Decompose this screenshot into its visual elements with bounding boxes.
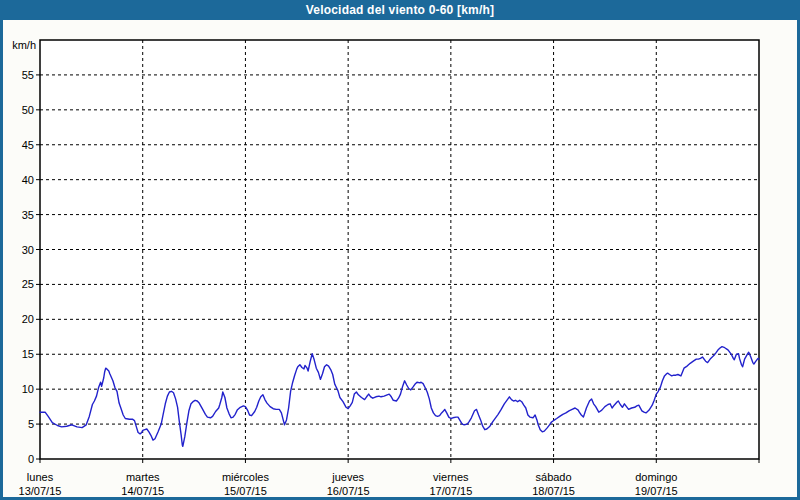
x-day-name-label: miércoles <box>222 471 270 483</box>
y-tick-label: 40 <box>22 174 34 186</box>
x-day-name-label: domingo <box>635 471 677 483</box>
y-tick-label: 50 <box>22 104 34 116</box>
y-tick-label: 35 <box>22 209 34 221</box>
y-tick-label: 20 <box>22 313 34 325</box>
y-tick-label: 45 <box>22 139 34 151</box>
x-day-name-label: sábado <box>536 471 572 483</box>
y-tick-label: 55 <box>22 69 34 81</box>
x-day-date-label: 16/07/15 <box>327 485 370 497</box>
y-tick-label: 5 <box>28 418 34 430</box>
x-day-date-label: 19/07/15 <box>635 485 678 497</box>
x-day-date-label: 13/07/15 <box>19 485 62 497</box>
x-day-date-label: 14/07/15 <box>121 485 164 497</box>
x-day-date-label: 17/07/15 <box>429 485 472 497</box>
y-axis-unit-label: km/h <box>12 39 36 51</box>
x-day-name-label: jueves <box>331 471 364 483</box>
y-tick-label: 15 <box>22 348 34 360</box>
x-day-date-label: 15/07/15 <box>224 485 267 497</box>
x-day-name-label: viernes <box>433 471 469 483</box>
app-window: Velocidad del viento 0-60 [km/h] 0510152… <box>0 0 800 500</box>
y-tick-label: 30 <box>22 244 34 256</box>
x-day-name-label: martes <box>126 471 160 483</box>
chart-area: 0510152025303540455055km/hlunes13/07/15m… <box>3 20 797 497</box>
window-title-bar: Velocidad del viento 0-60 [km/h] <box>0 0 800 20</box>
y-tick-label: 25 <box>22 278 34 290</box>
window-title: Velocidad del viento 0-60 [km/h] <box>306 3 494 17</box>
wind-speed-chart: 0510152025303540455055km/hlunes13/07/15m… <box>3 20 797 497</box>
y-tick-label: 10 <box>22 383 34 395</box>
y-tick-label: 0 <box>28 453 34 465</box>
x-day-date-label: 18/07/15 <box>532 485 575 497</box>
x-day-name-label: lunes <box>27 471 54 483</box>
